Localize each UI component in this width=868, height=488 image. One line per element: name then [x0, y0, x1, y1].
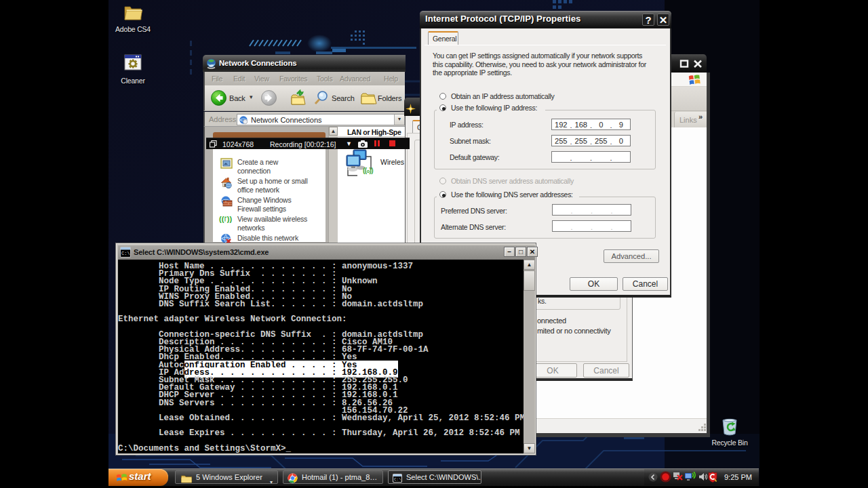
svg-text:C:\: C:\	[394, 477, 401, 482]
svg-text:C:\: C:\	[121, 251, 130, 256]
